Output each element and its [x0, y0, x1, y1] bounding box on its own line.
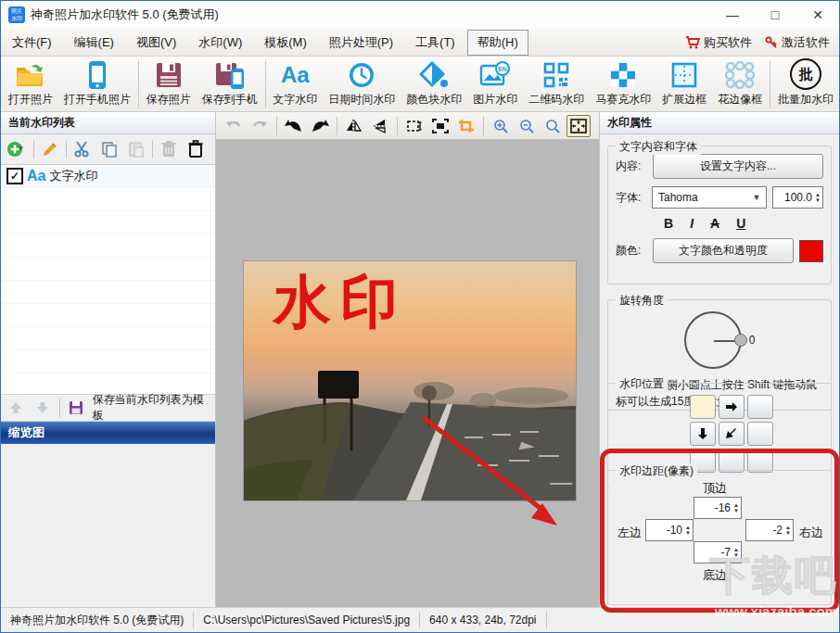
- font-size-spinner[interactable]: 100.0 ▲▼: [772, 186, 823, 209]
- color-block-watermark-icon: [419, 59, 449, 90]
- zoom-actual-button[interactable]: [541, 115, 565, 137]
- italic-button[interactable]: I: [690, 216, 694, 231]
- bold-button[interactable]: B: [664, 216, 673, 231]
- mosaic-watermark-button[interactable]: 马赛克水印: [590, 57, 656, 111]
- position-cell-top-left[interactable]: [690, 395, 716, 419]
- watermark-item-label: 文字水印: [49, 168, 97, 184]
- arrow-down-icon: [697, 427, 708, 440]
- position-cell-top-right[interactable]: [747, 395, 773, 419]
- underline-button[interactable]: U: [736, 216, 745, 231]
- datetime-watermark-button[interactable]: 日期时间水印: [323, 57, 401, 111]
- position-cell-middle-left[interactable]: [690, 422, 716, 446]
- menu-help[interactable]: 帮助(H): [467, 30, 528, 56]
- move-down-button[interactable]: [32, 397, 53, 419]
- menu-view[interactable]: 视图(V): [126, 30, 186, 56]
- copy-watermark-button[interactable]: [98, 138, 121, 160]
- rotate-left-button[interactable]: [282, 115, 306, 137]
- menu-bar: 文件(F) 编辑(E) 视图(V) 水印(W) 模板(M) 照片处理(P) 工具…: [1, 29, 839, 57]
- list-bottom-bar: 保存当前水印列表为模板: [1, 394, 215, 422]
- open-phone-photo-button[interactable]: 打开手机照片: [58, 57, 136, 111]
- save-photo-button[interactable]: 保存照片: [141, 57, 197, 111]
- expand-border-button[interactable]: 扩展边框: [656, 57, 712, 111]
- toolbar-separator: [265, 60, 266, 108]
- content-label: 内容:: [616, 158, 647, 174]
- redo-button[interactable]: [248, 115, 272, 137]
- delete-watermark-button[interactable]: [158, 138, 180, 160]
- picture-watermark-icon: EN: [479, 59, 511, 90]
- margin-bottom-spinner[interactable]: -7 ▲▼: [694, 541, 742, 563]
- status-file-path: C:\Users\pc\Pictures\Saved Pictures\5.jp…: [194, 612, 420, 628]
- font-label: 字体:: [616, 190, 646, 206]
- menu-tools[interactable]: 工具(T): [405, 30, 465, 56]
- close-button[interactable]: ✕: [796, 1, 839, 29]
- menu-template[interactable]: 模板(M): [254, 30, 317, 56]
- photo-canvas[interactable]: 水印: [216, 140, 599, 607]
- text-color-opacity-button[interactable]: 文字颜色和透明度: [653, 238, 794, 263]
- margin-top-spinner[interactable]: -16 ▲▼: [694, 497, 742, 519]
- status-image-info: 640 x 433, 24b, 72dpi: [420, 612, 546, 628]
- set-text-content-button[interactable]: 设置文字内容...: [653, 154, 823, 179]
- margin-right-spinner[interactable]: -2 ▲▼: [745, 519, 794, 541]
- arrow-right-icon: [725, 401, 738, 412]
- add-watermark-button[interactable]: [6, 138, 29, 160]
- qrcode-watermark-button[interactable]: 二维码水印: [523, 57, 590, 111]
- main-toolbar: 打开照片 打开手机照片 保存照片 保存到手机 Aa 文字水印 日期时间水印 颜色…: [1, 57, 839, 112]
- position-cell-middle-right[interactable]: [747, 422, 773, 446]
- minimize-button[interactable]: —: [711, 1, 754, 29]
- position-cell-center[interactable]: [719, 422, 745, 446]
- font-select[interactable]: Tahoma ▼: [652, 186, 767, 209]
- margin-left-spinner[interactable]: -10 ▲▼: [645, 519, 694, 541]
- open-photo-button[interactable]: 打开照片: [3, 57, 58, 111]
- zoom-out-button[interactable]: [515, 115, 539, 137]
- key-icon: [765, 36, 778, 49]
- maximize-button[interactable]: □: [754, 1, 796, 29]
- photo: 水印: [244, 261, 576, 500]
- rotate-right-button[interactable]: [308, 115, 332, 137]
- picture-watermark-button[interactable]: EN 图片水印: [467, 57, 523, 111]
- fit-window-button[interactable]: [566, 115, 591, 137]
- watermark-list-item[interactable]: ✓ Aa 文字水印: [1, 165, 215, 187]
- buy-software-button[interactable]: 购买软件: [685, 34, 752, 51]
- move-up-button[interactable]: [5, 397, 26, 419]
- activate-software-button[interactable]: 激活软件: [765, 34, 830, 51]
- color-swatch[interactable]: [799, 240, 823, 262]
- resize-button[interactable]: [402, 115, 426, 137]
- margin-group: 水印边距(像素) 顶边 -16 ▲▼ 左边 -10 ▲▼ -2 ▲▼ 右边: [607, 470, 832, 605]
- color-label: 颜色:: [616, 243, 647, 259]
- margin-right-label: 右边: [799, 525, 823, 541]
- save-to-phone-icon: [215, 59, 245, 90]
- rotation-dial[interactable]: [684, 311, 742, 369]
- lace-frame-button[interactable]: 花边像框: [712, 57, 768, 111]
- menu-edit[interactable]: 编辑(E): [64, 30, 124, 56]
- paste-watermark-button[interactable]: [125, 138, 147, 160]
- edit-watermark-button[interactable]: [39, 138, 61, 160]
- open-phone-photo-icon: [87, 59, 108, 90]
- batch-watermark-button[interactable]: 批 批量加水印: [772, 57, 839, 111]
- flip-horizontal-button[interactable]: [342, 115, 366, 137]
- expand-border-icon: [670, 59, 698, 90]
- zoom-in-button[interactable]: [489, 115, 513, 137]
- save-to-phone-button[interactable]: 保存到手机: [197, 57, 263, 111]
- text-watermark-icon: Aa: [281, 59, 310, 90]
- undo-button[interactable]: [222, 115, 246, 137]
- clear-all-button[interactable]: [185, 138, 207, 160]
- watermark-list: ✓ Aa 文字水印: [1, 165, 215, 394]
- save-template-button[interactable]: 保存当前水印列表为模板: [93, 392, 211, 424]
- open-photo-icon: [15, 59, 46, 90]
- text-watermark-button[interactable]: Aa 文字水印: [267, 57, 323, 111]
- lace-frame-icon: [725, 59, 755, 90]
- position-cell-top-center[interactable]: [719, 395, 745, 419]
- rotation-handle[interactable]: [734, 334, 747, 347]
- cut-watermark-button[interactable]: [71, 138, 94, 160]
- menu-photo-process[interactable]: 照片处理(P): [319, 30, 403, 56]
- canvas-size-button[interactable]: [428, 115, 452, 137]
- color-block-watermark-button[interactable]: 颜色块水印: [401, 57, 467, 111]
- strike-button[interactable]: A: [710, 216, 719, 231]
- flip-vertical-button[interactable]: [368, 115, 392, 137]
- save-template-icon: [66, 397, 87, 419]
- menu-file[interactable]: 文件(F): [2, 30, 62, 56]
- canvas-watermark-text[interactable]: 水印: [274, 263, 407, 341]
- item-checkbox[interactable]: ✓: [6, 168, 23, 184]
- menu-watermark[interactable]: 水印(W): [188, 30, 252, 56]
- crop-button[interactable]: [454, 115, 478, 137]
